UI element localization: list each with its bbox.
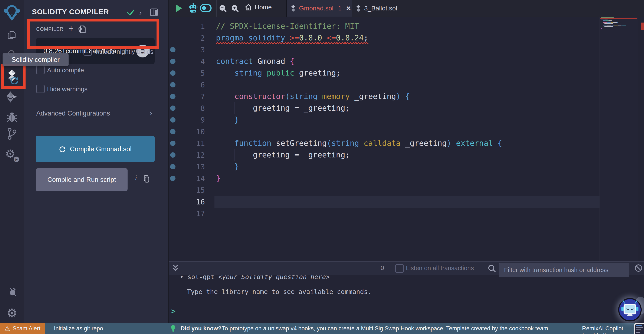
code-text: }: [216, 115, 239, 124]
code-editor[interactable]: 1// SPDX-License-Identifier: MIT2pragma …: [169, 16, 644, 261]
compile-button[interactable]: Compile Gmonad.sol: [36, 136, 154, 162]
pin-panel-icon[interactable]: [150, 8, 158, 16]
code-line[interactable]: 9 }: [169, 114, 600, 126]
gutter-dot[interactable]: [170, 164, 176, 169]
did-you-know-text: To prototype on a uniswap v4 hooks, you …: [222, 325, 550, 332]
minimap[interactable]: [600, 16, 638, 261]
code-text: }: [216, 162, 239, 171]
line-number: 3: [182, 45, 205, 54]
indent-guide: [234, 102, 235, 114]
remix-logo-icon[interactable]: [0, 4, 24, 22]
code-line[interactable]: 1// SPDX-License-Identifier: MIT: [169, 20, 600, 32]
line-number: 5: [182, 69, 205, 77]
tab-close-icon[interactable]: ×: [346, 4, 351, 12]
code-line[interactable]: 7 constructor(string memory _greeting) {: [169, 91, 600, 102]
terminal-output[interactable]: • sol-gpt <your Solidity question here> …: [169, 275, 644, 323]
copy-icon[interactable]: [143, 175, 150, 183]
line-number: 8: [182, 104, 205, 112]
debugger-bug-icon[interactable]: [0, 111, 24, 123]
run-script-play-icon[interactable]: [174, 4, 183, 13]
code-line[interactable]: 5 string public greeting;: [169, 67, 600, 79]
scam-alert-badge[interactable]: ⚠ Scam Alert: [0, 323, 45, 334]
terminal-line: • sol-gpt <your Solidity question here>: [180, 275, 330, 281]
ai-copilot-toggle[interactable]: [200, 4, 212, 12]
code-line[interactable]: 14}: [169, 173, 600, 184]
gutter-dot[interactable]: [170, 59, 176, 64]
gutter-dot[interactable]: [170, 94, 176, 99]
gutter-dot[interactable]: [170, 129, 176, 134]
current-line-highlight: [214, 196, 600, 208]
advanced-configurations[interactable]: Advanced Configurations ›: [36, 110, 157, 117]
gutter-dot[interactable]: [170, 152, 176, 158]
minimap-line: [606, 25, 611, 26]
clear-console-icon[interactable]: [634, 264, 643, 272]
remixai-assistant-button[interactable]: [618, 298, 642, 322]
remix-ide-window: ⚙ ▶ ⚙ SOLIDITY COMPILER › COMPIL: [0, 0, 644, 334]
picture-in-picture-thumbnail[interactable]: [634, 323, 644, 334]
zoom-in-icon[interactable]: [231, 5, 239, 12]
gutter-dot[interactable]: [170, 117, 176, 123]
code-line[interactable]: 12 greeting = _greeting;: [169, 149, 600, 161]
hide-warnings-checkbox[interactable]: [36, 85, 45, 93]
custom-compiler-icon[interactable]: [78, 25, 86, 34]
line-number: 4: [182, 57, 205, 66]
remixai-robot-icon[interactable]: [188, 3, 198, 14]
code-line[interactable]: 16: [169, 196, 600, 208]
listen-transactions-checkbox[interactable]: [395, 264, 404, 273]
file-explorer-icon[interactable]: [0, 30, 24, 41]
terminal-prompt[interactable]: >: [171, 307, 176, 315]
tab-home[interactable]: Home: [244, 3, 272, 11]
gutter-dot[interactable]: [170, 47, 176, 52]
code-line[interactable]: 13 }: [169, 161, 600, 173]
compiler-section-label: COMPILER: [36, 26, 64, 32]
gutter-dot[interactable]: [170, 70, 176, 76]
minimap-line: [604, 26, 613, 27]
code-line[interactable]: 3: [169, 44, 600, 55]
info-icon[interactable]: i: [135, 174, 137, 182]
add-compiler-button[interactable]: +: [68, 24, 74, 33]
code-line[interactable]: 17: [169, 208, 600, 219]
git-icon[interactable]: [0, 128, 24, 140]
gutter-dot[interactable]: [170, 82, 176, 87]
line-number: 2: [182, 34, 205, 42]
code-line[interactable]: 2pragma solidity >=0.8.0 <=0.8.24;: [169, 32, 600, 44]
minimap-line: [608, 22, 610, 23]
zoom-out-icon[interactable]: [219, 5, 227, 12]
script-runner-icon[interactable]: ⚙ ▶: [0, 148, 24, 162]
code-line[interactable]: 15: [169, 184, 600, 196]
minimap-line: [603, 24, 603, 24]
compile-and-run-button[interactable]: Compile and Run script: [36, 168, 128, 191]
line-number: 1: [182, 22, 205, 31]
gutter-dot[interactable]: [170, 105, 176, 111]
gutter-dot[interactable]: [170, 176, 176, 181]
code-line[interactable]: 10: [169, 126, 600, 137]
git-init-button[interactable]: Initialize as git repo: [54, 325, 103, 332]
nightly-builds-checkbox[interactable]: [84, 47, 92, 56]
settings-gear-icon[interactable]: ⚙: [0, 307, 24, 319]
editor-tab-bar: Home Gmonad.sol 1 × 3_Ballot.sol: [169, 0, 644, 17]
solidity-compiler-icon[interactable]: [0, 69, 24, 84]
minimap-line: [608, 20, 612, 21]
did-you-know-label: Did you know?: [180, 325, 222, 332]
deploy-run-icon[interactable]: [0, 91, 24, 103]
code-line[interactable]: 4contract Gmonad {: [169, 55, 600, 67]
code-line[interactable]: 6: [169, 79, 600, 91]
status-bar: ⚠ Scam Alert Initialize as git repo Did …: [0, 323, 644, 334]
solidity-compiler-panel: SOLIDITY COMPILER › COMPILER + 0.8.26+co…: [24, 0, 169, 323]
tab-gmonad[interactable]: Gmonad.sol 1 ×: [286, 0, 352, 16]
panel-forward-icon[interactable]: ›: [139, 8, 142, 17]
collapse-terminal-icon[interactable]: [172, 264, 179, 272]
code-line[interactable]: 8 greeting = _greeting;: [169, 102, 600, 114]
compile-success-check-icon: [126, 8, 135, 16]
tab-ballot[interactable]: 3_Ballot.sol: [352, 0, 404, 16]
gutter-dot[interactable]: [170, 141, 176, 146]
code-line[interactable]: 11 function setGreeting(string calldata …: [169, 137, 600, 149]
code-text: contract Gmonad {: [216, 57, 294, 65]
minimap-line: [603, 22, 607, 23]
plugin-manager-icon[interactable]: [0, 288, 24, 299]
transaction-filter-input[interactable]: [499, 263, 629, 277]
terminal-search-icon[interactable]: [488, 264, 496, 273]
auto-compile-checkbox[interactable]: [36, 66, 45, 74]
line-number: 11: [182, 139, 205, 148]
scrollbar[interactable]: [638, 16, 644, 261]
